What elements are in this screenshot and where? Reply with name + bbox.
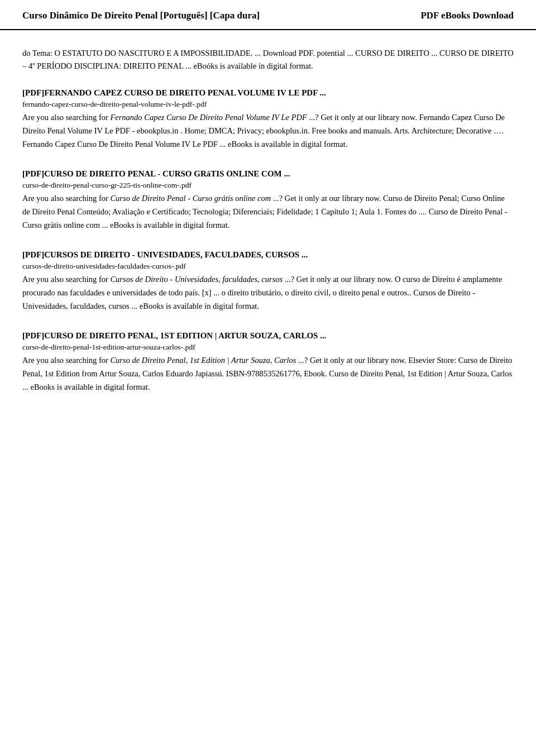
section-4-title: [PDF]CURSO DE DIREITO PENAL, 1ST EDITION… (22, 331, 514, 341)
section-4-url: curso-de-direito-penal-1st-edition-artur… (22, 343, 514, 352)
section-2-body: Are you also searching for Curso de Dire… (22, 192, 514, 232)
header-right: PDF eBooks Download (420, 10, 514, 21)
intro-text: do Tema: O ESTATUTO DO NASCITURO E A IMP… (22, 49, 514, 70)
intro-paragraph: do Tema: O ESTATUTO DO NASCITURO E A IMP… (22, 47, 514, 73)
section-2-url: curso-de-direito-penal-curso-gr-225-tis-… (22, 181, 514, 190)
section-3-title: [PDF]CURSOS DE DIREITO - UNIVESIDADES, F… (22, 250, 514, 260)
section-2-title: [PDF]CURSO DE DIREITO PENAL - CURSO GRáT… (22, 169, 514, 179)
section-4: [PDF]CURSO DE DIREITO PENAL, 1ST EDITION… (22, 331, 514, 394)
section-1-url: fernando-capez-curso-de-direito-penal-vo… (22, 100, 514, 109)
section-2: [PDF]CURSO DE DIREITO PENAL - CURSO GRáT… (22, 169, 514, 232)
section-1-title: [PDF]FERNANDO CAPEZ CURSO DE DIREITO PEN… (22, 88, 514, 98)
section-3-body: Are you also searching for Cursos de Dir… (22, 273, 514, 313)
section-3-url: cursos-de-direito-univesidades-faculdade… (22, 262, 514, 271)
section-1: [PDF]FERNANDO CAPEZ CURSO DE DIREITO PEN… (22, 88, 514, 151)
section-1-body: Are you also searching for Fernando Cape… (22, 111, 514, 151)
header-title: Curso Dinâmico De Direito Penal [Portugu… (22, 10, 260, 21)
section-4-body: Are you also searching for Curso de Dire… (22, 354, 514, 394)
section-3: [PDF]CURSOS DE DIREITO - UNIVESIDADES, F… (22, 250, 514, 313)
main-content: do Tema: O ESTATUTO DO NASCITURO E A IMP… (0, 30, 536, 434)
page-header: Curso Dinâmico De Direito Penal [Portugu… (0, 0, 536, 30)
